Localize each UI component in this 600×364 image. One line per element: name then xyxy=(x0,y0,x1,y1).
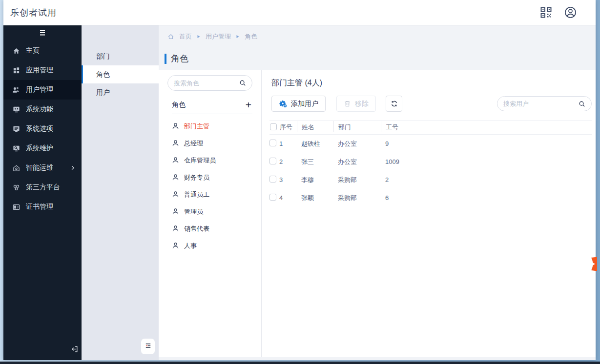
sidebar-item-label: 用户管理 xyxy=(26,85,53,94)
sidebar-item-smart-ops[interactable]: 智能运维 xyxy=(3,158,82,178)
row-checkbox[interactable] xyxy=(269,140,276,146)
cell-dept: 采购部 xyxy=(338,194,385,202)
breadcrumb-item[interactable]: 用户管理 xyxy=(206,32,231,41)
main-area: 首页用户管理角色 角色 角色 + 部门主管总经理仓库管理员财务专员普通员工管理员… xyxy=(159,25,596,360)
certificate-icon xyxy=(12,203,20,211)
edge-floating-badge[interactable] xyxy=(590,256,597,272)
remove-label: 移除 xyxy=(355,100,369,108)
user-circle-icon[interactable] xyxy=(564,6,577,19)
table-row: 3李穆采购部2 xyxy=(269,171,592,189)
table-row: 4张颖采购部6 xyxy=(269,189,592,207)
role-item[interactable]: 财务专员 xyxy=(172,169,255,186)
sidebar-item-certificate[interactable]: 证书管理 xyxy=(3,197,82,217)
person-icon xyxy=(172,140,179,147)
app-body: 主页应用管理用户管理系统功能系统选项系统维护智能运维第三方平台证书管理 部门角色… xyxy=(3,25,596,360)
sidebar-item-label: 第三方平台 xyxy=(26,183,60,192)
user-searchbox xyxy=(497,96,592,111)
toolbar: 添加用户 移除 xyxy=(271,96,592,112)
users-icon xyxy=(12,86,20,94)
sidebar: 主页应用管理用户管理系统功能系统选项系统维护智能运维第三方平台证书管理 xyxy=(3,25,82,360)
cell-dept: 办公室 xyxy=(338,158,385,166)
sidebar-item-label: 主页 xyxy=(26,46,40,55)
role-item[interactable]: 人事 xyxy=(172,237,255,254)
triangle-right-icon xyxy=(197,35,201,39)
chevron-right-icon xyxy=(70,165,76,171)
role-name: 仓库管理员 xyxy=(184,156,216,165)
cell-dept: 采购部 xyxy=(338,176,385,184)
subsidebar-item-user[interactable]: 用户 xyxy=(82,83,159,101)
add-user-button[interactable]: 添加用户 xyxy=(271,96,326,112)
refresh-icon xyxy=(391,100,398,107)
role-name: 人事 xyxy=(184,242,197,250)
role-search-input[interactable] xyxy=(174,80,236,87)
triangle-right-icon xyxy=(236,35,240,39)
sidebar-item-third-party[interactable]: 第三方平台 xyxy=(3,178,82,197)
row-checkbox[interactable] xyxy=(269,158,276,164)
cell-no: 4 xyxy=(279,194,301,202)
menu-icon xyxy=(39,29,46,38)
row-checkbox[interactable] xyxy=(269,194,276,201)
sidebar-bottom xyxy=(3,345,82,360)
role-list: 部门主管总经理仓库管理员财务专员普通员工管理员销售代表人事 xyxy=(165,118,255,254)
title-accent-bar xyxy=(165,54,166,64)
cell-id: 1009 xyxy=(385,158,592,165)
row-checkbox[interactable] xyxy=(269,176,276,182)
column-header: 部门 xyxy=(338,123,385,132)
sidebar-item-label: 智能运维 xyxy=(26,163,53,172)
sidebar-item-sys-func[interactable]: 系统功能 xyxy=(3,100,82,119)
user-search-input[interactable] xyxy=(503,100,576,107)
refresh-button[interactable] xyxy=(386,96,402,112)
role-searchbox xyxy=(167,75,252,91)
role-item[interactable]: 总经理 xyxy=(172,135,255,152)
sidebar-nav: 主页应用管理用户管理系统功能系统选项系统维护智能运维第三方平台证书管理 xyxy=(3,41,82,217)
cell-no: 1 xyxy=(279,140,301,147)
role-item[interactable]: 普通员工 xyxy=(172,186,255,203)
subsidebar-item-department[interactable]: 部门 xyxy=(82,47,159,65)
header-icons xyxy=(540,6,589,19)
bottom-edge-bar xyxy=(0,362,600,364)
search-icon[interactable] xyxy=(239,80,246,86)
person-icon xyxy=(172,122,179,130)
sidebar-item-users[interactable]: 用户管理 xyxy=(3,80,82,100)
sidebar-item-home[interactable]: 主页 xyxy=(3,41,82,61)
role-name: 普通员工 xyxy=(184,190,209,199)
remove-button[interactable]: 移除 xyxy=(336,96,376,112)
breadcrumb: 首页用户管理角色 xyxy=(159,25,596,47)
exit-icon[interactable] xyxy=(70,345,79,353)
person-icon xyxy=(172,174,179,181)
user-table: 序号姓名部门工号 1赵铁柱办公室92张三办公室10093李穆采购部24张颖采购部… xyxy=(269,120,592,207)
add-role-button[interactable]: + xyxy=(246,101,252,108)
cell-name: 李穆 xyxy=(301,176,338,184)
column-header: 序号 xyxy=(279,123,301,132)
search-icon[interactable] xyxy=(579,101,585,107)
breadcrumb-item[interactable]: 角色 xyxy=(245,32,257,41)
qr-code-icon[interactable] xyxy=(540,6,552,19)
role-item[interactable]: 仓库管理员 xyxy=(172,152,255,169)
role-item[interactable]: 部门主管 xyxy=(172,118,255,135)
breadcrumb-item[interactable]: 首页 xyxy=(179,32,192,41)
role-item[interactable]: 管理员 xyxy=(172,203,255,220)
trash-icon xyxy=(344,100,351,107)
app-header: 乐创者试用 xyxy=(3,0,596,25)
sidebar-item-apps[interactable]: 应用管理 xyxy=(3,61,82,80)
subsidebar-item-role[interactable]: 角色 xyxy=(82,65,159,83)
cell-name: 张颖 xyxy=(301,194,338,202)
role-list-title: 角色 xyxy=(172,101,186,109)
cell-id: 9 xyxy=(385,140,592,147)
person-icon xyxy=(172,191,179,198)
sidebar-item-sys-maint[interactable]: 系统维护 xyxy=(3,139,82,158)
content-panels: 角色 + 部门主管总经理仓库管理员财务专员普通员工管理员销售代表人事 部门主管 … xyxy=(159,70,596,357)
sidebar-toggle[interactable] xyxy=(3,26,82,41)
subsidebar-collapse-button[interactable] xyxy=(141,339,155,354)
role-item[interactable]: 销售代表 xyxy=(172,220,255,237)
sidebar-item-sys-option[interactable]: 系统选项 xyxy=(3,119,82,139)
sidebar-item-label: 系统功能 xyxy=(26,105,53,114)
select-all-checkbox[interactable] xyxy=(270,123,277,130)
smart-ops-icon xyxy=(12,164,20,172)
collapse-icon xyxy=(145,342,152,351)
cell-id: 6 xyxy=(385,194,592,202)
role-list-header: 角色 + xyxy=(172,101,252,114)
link-icon xyxy=(12,183,20,191)
role-name: 总经理 xyxy=(184,139,203,148)
table-body: 1赵铁柱办公室92张三办公室10093李穆采购部24张颖采购部6 xyxy=(269,135,592,207)
